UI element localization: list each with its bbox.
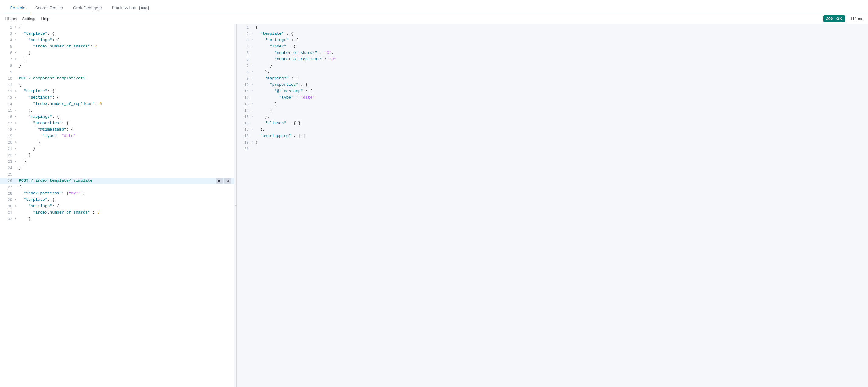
response-line: 14 ▾ } bbox=[237, 108, 868, 114]
code-line: 10 PUT /_component_template/ct2 bbox=[0, 76, 234, 82]
response-line: 5 "number_of_shards" : "3", bbox=[237, 50, 868, 56]
code-line: 21 ▾ } bbox=[0, 146, 234, 152]
code-line: 8 } bbox=[0, 63, 234, 69]
panel-divider[interactable]: ⋮ bbox=[234, 24, 237, 387]
response-line: 13 ▾ } bbox=[237, 101, 868, 108]
toolbar: History Settings Help 200 - OK 111 ms bbox=[0, 13, 868, 24]
settings-button[interactable]: Settings bbox=[22, 16, 36, 22]
code-line: 11 { bbox=[0, 82, 234, 88]
response-line: 11 ▾ "@timestamp" : { bbox=[237, 88, 868, 95]
code-line: 9 bbox=[0, 69, 234, 76]
beta-badge: true bbox=[139, 6, 149, 10]
response-line: 9 ▾ "mappings" : { bbox=[237, 76, 868, 82]
response-line: 7 ▾ } bbox=[237, 63, 868, 69]
tab-console[interactable]: Console bbox=[5, 3, 30, 13]
response-line: 12 "type" : "date" bbox=[237, 95, 868, 101]
code-line: 22 ▾ } bbox=[0, 152, 234, 158]
tab-painless-lab[interactable]: Painless Lab true bbox=[107, 3, 154, 13]
code-line: 3 ▾ "template": { bbox=[0, 31, 234, 37]
code-line: 31 "index.number_of_shards" : 3 bbox=[0, 210, 234, 216]
editor-panel[interactable]: 2 ▾ { 3 ▾ "template": { 4 ▾ "settings": … bbox=[0, 24, 234, 387]
code-line: 6 ▾ } bbox=[0, 50, 234, 56]
copy-button[interactable]: ⚙ bbox=[224, 178, 231, 184]
response-line: 17 ▾ }, bbox=[237, 126, 868, 133]
tab-search-profiler[interactable]: Search Profiler bbox=[30, 3, 68, 13]
code-line: 2 ▾ { bbox=[0, 24, 234, 31]
code-line: 17 ▾ "properties": { bbox=[0, 120, 234, 126]
code-line: 29 ▾ "template": { bbox=[0, 197, 234, 203]
code-line: 20 ▾ } bbox=[0, 139, 234, 146]
code-line: 23 ▾ } bbox=[0, 158, 234, 165]
status-time: 111 ms bbox=[850, 17, 863, 21]
response-panel[interactable]: 1 { 2 ▾ "template" : { 3 ▾ "settings" : … bbox=[237, 24, 868, 387]
response-line: 8 ▾ }, bbox=[237, 69, 868, 76]
code-line: 5 "index.number_of_shards": 2 bbox=[0, 43, 234, 50]
code-line: 32 ▾ } bbox=[0, 216, 234, 222]
code-line: 15 ▾ }, bbox=[0, 108, 234, 114]
code-line: 28 "index_patterns": ["my*"], bbox=[0, 190, 234, 197]
response-line: 16 "aliases" : { } bbox=[237, 120, 868, 126]
code-line: 25 bbox=[0, 171, 234, 178]
help-button[interactable]: Help bbox=[41, 16, 49, 22]
history-button[interactable]: History bbox=[5, 16, 17, 22]
response-line: 10 ▾ "properties" : { bbox=[237, 82, 868, 88]
code-line: 27 { bbox=[0, 184, 234, 190]
code-line: 18 ▾ "@timestamp": { bbox=[0, 126, 234, 133]
tab-grok-debugger[interactable]: Grok Debugger bbox=[68, 3, 107, 13]
response-line: 20 bbox=[237, 146, 868, 152]
code-line-highlighted: 26 POST /_index_template/_simulate ▶ ⚙ bbox=[0, 178, 234, 184]
tab-bar: Console Search Profiler Grok Debugger Pa… bbox=[0, 0, 868, 13]
response-line: 3 ▾ "settings" : { bbox=[237, 37, 868, 43]
code-line: 16 ▾ "mappings": { bbox=[0, 114, 234, 120]
code-line: 7 ▾ } bbox=[0, 56, 234, 63]
response-line: 2 ▾ "template" : { bbox=[237, 31, 868, 37]
response-line: 4 ▾ "index" : { bbox=[237, 43, 868, 50]
run-button[interactable]: ▶ bbox=[216, 178, 223, 184]
code-line: 13 ▾ "settings": { bbox=[0, 95, 234, 101]
response-line: 19 ▾ } bbox=[237, 139, 868, 146]
response-content: 1 { 2 ▾ "template" : { 3 ▾ "settings" : … bbox=[237, 24, 868, 152]
code-line: 4 ▾ "settings": { bbox=[0, 37, 234, 43]
code-line: 24 } bbox=[0, 165, 234, 171]
code-line: 19 "type": "date" bbox=[0, 133, 234, 139]
code-editor[interactable]: 2 ▾ { 3 ▾ "template": { 4 ▾ "settings": … bbox=[0, 24, 234, 222]
code-line: 12 ▾ "template": { bbox=[0, 88, 234, 95]
response-line: 15 ▾ }, bbox=[237, 114, 868, 120]
code-line: 30 ▾ "settings": { bbox=[0, 203, 234, 210]
code-line: 14 "index.number_of_replicas": 0 bbox=[0, 101, 234, 108]
status-badge: 200 - OK bbox=[823, 15, 845, 22]
response-line: 18 "overlapping" : [ ] bbox=[237, 133, 868, 139]
response-line: 6 "number_of_replicas" : "0" bbox=[237, 56, 868, 63]
response-line: 1 { bbox=[237, 24, 868, 31]
main-area: 2 ▾ { 3 ▾ "template": { 4 ▾ "settings": … bbox=[0, 24, 868, 387]
line-actions: ▶ ⚙ bbox=[216, 178, 231, 184]
